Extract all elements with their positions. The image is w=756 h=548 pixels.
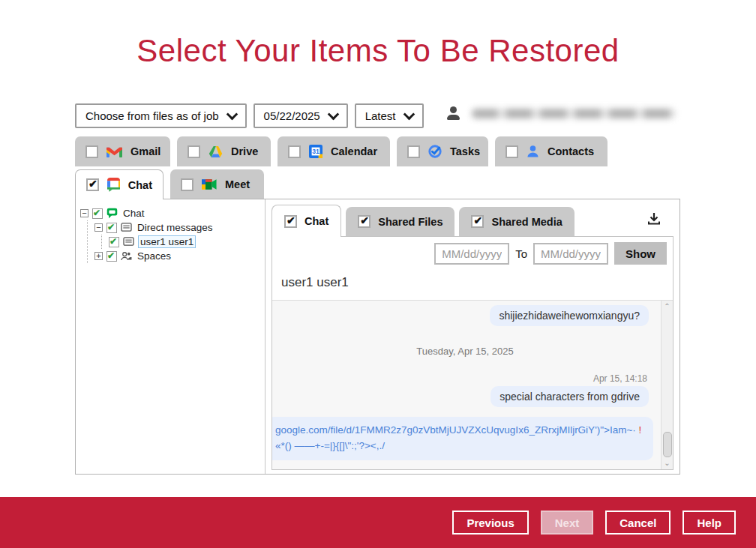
tab-shared-media[interactable]: Shared Media — [459, 207, 574, 236]
date-filter-row: To Show — [272, 237, 673, 269]
chat-icon — [107, 178, 120, 192]
gmail-checkbox[interactable] — [86, 145, 98, 158]
tree-item-label: Direct messages — [136, 222, 214, 233]
calendar-icon: 31 — [309, 145, 322, 158]
tab-shared-media-checkbox[interactable] — [471, 215, 484, 228]
tab-label: Shared Files — [378, 216, 442, 228]
chevron-down-icon — [403, 108, 415, 120]
people-icon — [121, 251, 132, 261]
chat-message-bubble: special characters from gdrive — [490, 386, 649, 407]
job-source-select[interactable]: Choose from files as of job — [75, 103, 247, 128]
to-label: To — [515, 247, 527, 260]
service-tab-label: Tasks — [450, 145, 480, 157]
account-email-redacted — [472, 109, 676, 118]
chat-conversation-box: To Show user1 user1 shijiezhidaweihewomx… — [272, 236, 674, 470]
wizard-footer-bar: Previous Next Cancel Help — [0, 497, 756, 548]
chat-link-message-bubble: google.com/file/d/1FMMR2z7g0zVbtMjUJVZXc… — [272, 417, 653, 460]
tab-shared-files[interactable]: Shared Files — [346, 207, 454, 236]
chat-detail-panel: Chat Shared Files Shared Media — [266, 199, 680, 474]
next-button[interactable]: Next — [541, 511, 594, 535]
tab-chat-checkbox[interactable] — [284, 215, 297, 228]
tree-checkbox[interactable] — [106, 223, 117, 233]
chat-checkbox[interactable] — [86, 178, 99, 191]
download-button[interactable] — [645, 210, 663, 230]
link-text-line2[interactable]: «*() ——+-=|}{[]\":;'?><,./ — [275, 440, 385, 451]
contacts-icon — [526, 145, 539, 158]
message-icon — [123, 237, 134, 247]
service-tab-meet[interactable]: Meet — [170, 169, 264, 199]
date-divider: Tuesday, Apr 15, 2025 — [277, 346, 653, 357]
restore-source-controls: Choose from files as of job 05/22/2025 L… — [75, 103, 424, 128]
tree-checkbox[interactable] — [106, 251, 117, 262]
service-tab-calendar[interactable]: 31 Calendar — [278, 136, 390, 166]
service-tab-tasks[interactable]: Tasks — [397, 136, 488, 166]
tree-checkbox[interactable] — [109, 237, 119, 247]
gmail-icon — [106, 145, 122, 157]
chat-detail-tabs: Chat Shared Files Shared Media — [272, 204, 674, 236]
show-button[interactable]: Show — [614, 242, 667, 265]
tab-shared-files-checkbox[interactable] — [358, 215, 370, 228]
message-icon — [121, 223, 132, 232]
help-button[interactable]: Help — [682, 511, 736, 535]
service-tab-contacts[interactable]: Contacts — [495, 136, 608, 166]
scroll-up-icon[interactable]: ⌃ — [662, 302, 673, 311]
job-version-select-value: Latest — [365, 109, 396, 122]
link-text[interactable]: google.com/file/d/1FMMR2z7g0zVbtMjUJVZXc… — [275, 424, 639, 436]
chat-message-bubble: shijiezhidaweihewomxiangyu? — [490, 305, 649, 326]
tree-item-direct-messages[interactable]: Direct messages — [94, 220, 262, 235]
message-list: shijiezhidaweihewomxiangyu? Tuesday, Apr… — [272, 300, 673, 469]
message-timestamp: Apr 15, 14:18 — [277, 373, 647, 384]
tab-chat[interactable]: Chat — [272, 205, 341, 237]
date-to-input[interactable] — [533, 243, 608, 265]
collapse-icon[interactable] — [80, 209, 88, 217]
tree-branch: Direct messages user1 user1 — [87, 220, 262, 263]
scroll-down-icon[interactable]: ⌄ — [662, 459, 673, 468]
service-tab-drive[interactable]: Drive — [177, 136, 271, 166]
service-tab-gmail[interactable]: Gmail — [75, 136, 170, 166]
tree-item-label: Spaces — [136, 250, 172, 262]
tree-branch: user1 user1 — [101, 235, 262, 249]
tab-label: Shared Media — [491, 216, 562, 228]
service-tabs-row-1: Gmail Drive 31 Calendar — [75, 136, 608, 166]
date-from-input[interactable] — [434, 243, 509, 265]
job-date-select[interactable]: 05/22/2025 — [254, 103, 348, 128]
cancel-button[interactable]: Cancel — [605, 511, 670, 535]
drive-icon — [208, 145, 223, 158]
vertical-scrollbar[interactable]: ⌃ ⌄ — [661, 301, 673, 469]
tree-item-spaces[interactable]: Spaces — [94, 249, 262, 263]
job-date-select-value: 05/22/2025 — [264, 109, 320, 122]
service-tab-chat[interactable]: Chat — [75, 169, 164, 199]
service-tab-label: Calendar — [331, 145, 377, 157]
svg-text:31: 31 — [312, 148, 320, 155]
service-tab-label: Contacts — [548, 145, 594, 157]
service-tabs-row-2: Chat Meet — [75, 169, 264, 199]
chevron-down-icon — [226, 108, 238, 120]
previous-button[interactable]: Previous — [452, 511, 528, 535]
conversation-title: user1 user1 — [272, 269, 673, 300]
tree-item-label: user1 user1 — [138, 235, 196, 248]
tab-label: Chat — [304, 215, 328, 227]
person-icon — [447, 106, 460, 120]
calendar-checkbox[interactable] — [288, 145, 301, 158]
tree-item-label: Chat — [122, 208, 146, 219]
job-version-select[interactable]: Latest — [355, 103, 424, 128]
collapse-icon[interactable] — [94, 223, 103, 232]
drive-checkbox[interactable] — [188, 145, 200, 158]
chat-items-tree: Chat Direct messages — [76, 199, 266, 474]
scrollbar-thumb[interactable] — [663, 432, 672, 457]
tree-item-user1[interactable]: user1 user1 — [109, 235, 262, 249]
service-tab-label: Gmail — [130, 145, 160, 157]
page-title: Select Your Items To Be Restored — [0, 33, 756, 69]
tasks-icon — [428, 145, 442, 158]
tree-item-chat[interactable]: Chat — [80, 206, 262, 220]
contacts-checkbox[interactable] — [506, 145, 518, 158]
meet-icon — [202, 178, 217, 190]
chat-bubble-icon — [106, 208, 118, 219]
meet-checkbox[interactable] — [181, 178, 194, 191]
service-tab-label: Meet — [225, 178, 250, 190]
expand-icon[interactable] — [94, 252, 103, 260]
tree-checkbox[interactable] — [92, 208, 103, 219]
tasks-checkbox[interactable] — [407, 145, 420, 158]
restore-wizard-page: Select Your Items To Be Restored Choose … — [0, 0, 756, 548]
account-info — [447, 106, 676, 120]
